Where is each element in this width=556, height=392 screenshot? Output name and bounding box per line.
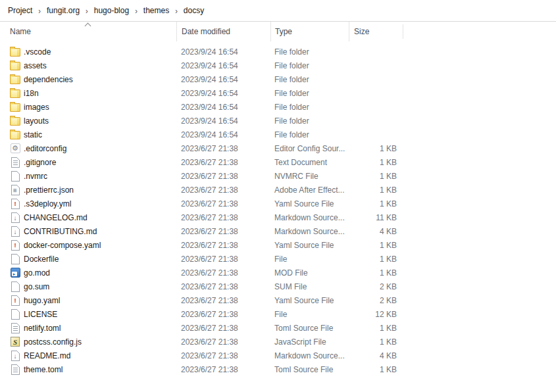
file-name-label: .vscode [24, 47, 51, 57]
file-size: 1 KB [349, 172, 403, 181]
gear-icon: ⚙ [11, 143, 20, 153]
yaml-file-icon: ! [11, 240, 20, 251]
mod-file-icon: ▸ [11, 268, 20, 278]
file-name-label: go.mod [24, 268, 50, 278]
file-row[interactable]: assets 2023/9/24 16:54 File folder [0, 59, 556, 72]
file-row[interactable]: theme.toml 2023/6/27 21:38 Toml Source F… [0, 362, 556, 376]
file-row[interactable]: go.sum 2023/6/27 21:38 SUM File 2 KB [0, 280, 556, 293]
file-type: SUM File [270, 282, 349, 291]
file-size: 1 KB [349, 365, 403, 374]
file-type: Toml Source File [270, 324, 349, 333]
file-name-label: .nvmrc [24, 172, 47, 181]
file-type: Yaml Source File [270, 241, 349, 250]
file-date-modified: 2023/9/24 16:54 [176, 89, 270, 98]
file-row[interactable]: .vscode 2023/9/24 16:54 File folder [0, 45, 556, 59]
file-type: Yaml Source File [270, 199, 349, 208]
column-header-name[interactable]: Name [0, 22, 176, 41]
file-date-modified: 2023/9/24 16:54 [176, 75, 270, 84]
file-row[interactable]: netlify.toml 2023/6/27 21:38 Toml Source… [0, 321, 556, 335]
file-name-cell: static [0, 129, 176, 140]
column-header-type[interactable]: Type [270, 22, 349, 41]
column-header-size[interactable]: Size [349, 22, 403, 41]
file-name-label: assets [24, 61, 47, 70]
markdown-file-icon: ↓ [11, 226, 20, 237]
file-row[interactable]: .gitignore 2023/6/27 21:38 Text Document… [0, 155, 556, 169]
column-header-size-label: Size [354, 27, 369, 36]
file-date-modified: 2023/6/27 21:38 [176, 282, 270, 291]
file-date-modified: 2023/6/27 21:38 [176, 158, 270, 167]
column-header-name-label: Name [10, 27, 31, 36]
chevron-right-icon[interactable]: › [38, 6, 41, 15]
file-row[interactable]: ! docker-compose.yaml 2023/6/27 21:38 Ya… [0, 238, 556, 252]
file-row[interactable]: dependencies 2023/9/24 16:54 File folder [0, 72, 556, 86]
file-name-label: hugo.yaml [24, 296, 60, 305]
sort-ascending-icon [85, 23, 91, 30]
file-type: File folder [270, 47, 349, 57]
file-name-cell: i18n [0, 87, 176, 99]
file-name-cell: layouts [0, 115, 176, 126]
file-row[interactable]: Dockerfile 2023/6/27 21:38 File 1 KB [0, 252, 556, 266]
folder-icon [10, 117, 20, 126]
file-name-cell: images [0, 101, 176, 112]
file-type: Editor Config Sour... [270, 144, 349, 153]
file-date-modified: 2023/9/24 16:54 [176, 116, 270, 126]
chevron-right-icon[interactable]: › [135, 6, 138, 15]
file-row[interactable]: LICENSE 2023/6/27 21:38 File 12 KB [0, 307, 556, 321]
blank-file-icon [11, 171, 20, 182]
file-row[interactable]: ↓ CONTRIBUTING.md 2023/6/27 21:38 Markdo… [0, 224, 556, 238]
file-date-modified: 2023/6/27 21:38 [176, 213, 270, 222]
file-date-modified: 2023/6/27 21:38 [176, 241, 270, 250]
file-row[interactable]: layouts 2023/9/24 16:54 File folder [0, 114, 556, 128]
file-name-cell: dependencies [0, 74, 176, 85]
file-type: JavaScript File [270, 337, 349, 347]
file-row[interactable]: ≡ .prettierrc.json 2023/6/27 21:38 Adobe… [0, 183, 556, 197]
file-row[interactable]: images 2023/9/24 16:54 File folder [0, 100, 556, 114]
file-name-label: .prettierrc.json [24, 185, 74, 195]
file-date-modified: 2023/6/27 21:38 [176, 296, 270, 305]
file-name-label: layouts [24, 116, 49, 126]
breadcrumb-item[interactable]: hugo-blog [94, 6, 129, 15]
breadcrumb-item[interactable]: docsy [184, 6, 204, 15]
file-name-label: CHANGELOG.md [24, 213, 88, 222]
file-size: 1 KB [349, 199, 403, 208]
breadcrumb-item[interactable]: fungit.org [47, 6, 80, 15]
file-type: File folder [270, 61, 349, 70]
file-row[interactable]: ⚙ .editorconfig 2023/6/27 21:38 Editor C… [0, 141, 556, 155]
file-date-modified: 2023/6/27 21:38 [176, 268, 270, 278]
file-row[interactable]: S postcss.config.js 2023/6/27 21:38 Java… [0, 335, 556, 349]
file-name-cell: LICENSE [0, 308, 176, 320]
file-name-label: netlify.toml [24, 324, 61, 333]
file-name-cell: ▸ go.mod [0, 267, 176, 278]
file-row[interactable]: ↓ README.md 2023/6/27 21:38 Markdown Sou… [0, 349, 556, 362]
file-row[interactable]: ! .s3deploy.yml 2023/6/27 21:38 Yaml Sou… [0, 197, 556, 210]
file-name-cell: ↓ CHANGELOG.md [0, 212, 176, 223]
file-type: File [270, 255, 349, 264]
file-name-cell: ↓ CONTRIBUTING.md [0, 226, 176, 237]
file-type: MOD File [270, 268, 349, 278]
file-date-modified: 2023/6/27 21:38 [176, 144, 270, 153]
column-header-date-modified[interactable]: Date modified [176, 22, 270, 41]
folder-icon [10, 48, 20, 57]
file-date-modified: 2023/6/27 21:38 [176, 351, 270, 360]
file-row[interactable]: ▸ go.mod 2023/6/27 21:38 MOD File 1 KB [0, 266, 556, 280]
file-row[interactable]: i18n 2023/9/24 16:54 File folder [0, 86, 556, 100]
file-size: 12 KB [349, 310, 403, 319]
file-name-label: theme.toml [24, 365, 63, 374]
breadcrumb-item[interactable]: Project [8, 6, 32, 15]
breadcrumb-item[interactable]: themes [143, 6, 169, 15]
chevron-right-icon[interactable]: › [86, 6, 88, 15]
file-row[interactable]: .nvmrc 2023/6/27 21:38 NVMRC File 1 KB [0, 169, 556, 183]
file-name-label: LICENSE [24, 310, 57, 319]
yaml-file-icon: ! [11, 295, 20, 306]
file-size: 1 KB [349, 337, 403, 347]
file-name-cell: theme.toml [0, 364, 176, 375]
file-type: Yaml Source File [270, 296, 349, 305]
file-date-modified: 2023/9/24 16:54 [176, 130, 270, 139]
file-row[interactable]: static 2023/9/24 16:54 File folder [0, 128, 556, 141]
file-size: 1 KB [349, 158, 403, 167]
file-row[interactable]: ! hugo.yaml 2023/6/27 21:38 Yaml Source … [0, 293, 556, 307]
file-date-modified: 2023/6/27 21:38 [176, 337, 270, 347]
file-row[interactable]: ↓ CHANGELOG.md 2023/6/27 21:38 Markdown … [0, 210, 556, 224]
chevron-right-icon[interactable]: › [175, 6, 178, 15]
file-name-cell: .vscode [0, 46, 176, 57]
